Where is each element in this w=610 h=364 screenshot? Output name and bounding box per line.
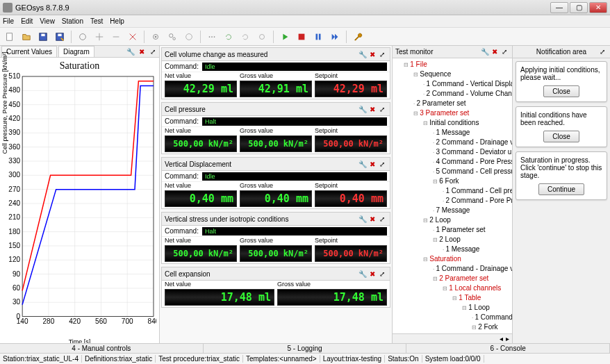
gear3-icon[interactable] [182,30,196,44]
fast-forward-icon[interactable] [328,30,342,44]
bottom-tab[interactable]: 5 - Logging [204,344,407,353]
menu-help[interactable]: Help [110,17,124,25]
wrench-icon[interactable]: 🔧 [358,159,368,169]
wrench-icon[interactable]: 🔧 [358,49,368,59]
tree-node[interactable]: 1 Table [459,294,481,301]
delete-icon[interactable]: ✖ [368,104,377,114]
gear4-icon[interactable] [255,30,269,44]
expand-icon[interactable]: ⤢ [148,47,158,56]
close-button[interactable]: Close [543,85,579,97]
menu-station[interactable]: Station [62,17,83,25]
svg-text:140: 140 [17,317,28,325]
tree[interactable]: 1 FileSequence1 Command - Vertical Displ… [393,58,512,333]
open-icon[interactable] [19,30,33,44]
tree-node[interactable]: 1 File [410,60,427,68]
menu-test[interactable]: Test [90,17,103,25]
expand-icon[interactable]: ⤢ [377,159,387,169]
wrench-icon[interactable]: 🔧 [126,47,135,56]
tree-node[interactable]: 3 Command - Deviator under isotr [436,148,512,156]
panel-vertical-displacement: Vertical Displacement🔧✖⤢Command:IdleNet … [161,157,390,209]
dots-icon[interactable] [205,30,219,44]
delete-icon[interactable]: ✖ [368,269,377,279]
tab-diagram[interactable]: Diagram [58,46,94,57]
tree-node[interactable]: 2 Loop [429,216,451,224]
tree-node[interactable]: 1 Command - Cell pressure [445,187,512,195]
save-icon[interactable] [36,30,50,44]
bottom-tab[interactable]: 4 - Manual controls [0,344,204,353]
new-icon[interactable] [3,30,17,44]
test-monitor-header: Test monitor 🔧 ✖ ⤢ [393,46,512,58]
wrench-icon[interactable]: 🔧 [480,47,490,57]
tree-node[interactable]: 1 Command - Drainage valve [436,265,512,272]
refresh-icon[interactable] [222,30,236,44]
tree-node[interactable]: 2 Command - Volume Change [426,90,512,97]
menu-edit[interactable]: Edit [21,17,33,25]
tree-node[interactable]: 2 Command - Drainage valve [436,138,512,146]
minimize-button[interactable]: — [550,2,568,13]
delete-icon[interactable]: ✖ [368,49,377,59]
menu-view[interactable]: View [40,17,55,25]
tool3-icon[interactable] [109,30,123,44]
tree-node[interactable]: 3 Parameter set [420,109,469,117]
maximize-button[interactable]: ▢ [570,2,588,13]
continue-button[interactable]: Continue [538,183,584,195]
expand-icon[interactable]: ⤢ [377,49,387,59]
lcd-value: 17,48 ml [277,289,387,306]
tree-node[interactable]: Initial conditions [429,119,479,126]
saveas-icon[interactable] [53,30,67,44]
tree-node[interactable]: 1 Local channels [449,284,501,292]
tree-node[interactable]: 1 Message [445,245,479,253]
expand-icon[interactable]: ⤢ [597,47,607,57]
tree-node[interactable]: 1 Command - Vertical Displacement [426,80,512,88]
delete-icon[interactable]: ✖ [368,214,377,224]
gear-icon[interactable] [149,30,163,44]
tree-node[interactable]: Saturation [429,255,461,263]
expand-icon[interactable]: ⤢ [377,104,387,114]
delete-icon[interactable]: ✖ [368,159,377,169]
tree-node[interactable]: 2 Parameter set [439,274,488,282]
wrench-icon[interactable] [351,30,365,44]
tree-node[interactable]: 1 Command - D [475,313,512,321]
tree-node[interactable]: 2 Loop [439,235,461,243]
wrench-icon[interactable]: 🔧 [358,269,368,279]
lcd-value: 500,00 kN/m² [315,245,387,262]
tool4-icon[interactable] [126,30,140,44]
tree-node[interactable]: 1 Loop [468,304,490,311]
tree-node[interactable]: 6 Fork [439,177,459,185]
tree-node[interactable]: Sequence [420,70,451,78]
tree-node[interactable]: 1 Message [436,129,470,136]
expand-icon[interactable]: ⤢ [500,47,509,57]
gear2-icon[interactable] [165,30,179,44]
stop-icon[interactable] [295,30,308,44]
wrench-icon[interactable]: 🔧 [358,104,368,114]
play-icon[interactable] [278,30,292,44]
svg-text:420: 420 [8,115,20,122]
expand-icon[interactable]: ⤢ [377,269,387,279]
tree-node[interactable]: 2 Command - Pore Pressure [445,197,512,204]
refresh2-icon[interactable] [238,30,252,44]
tree-node[interactable]: 2 Fork [478,323,497,331]
tab-current-values[interactable]: Current Values [1,46,57,57]
delete-icon[interactable]: ✖ [137,47,147,56]
pause-icon[interactable] [311,30,325,44]
expand-icon[interactable]: ⤢ [377,214,387,224]
close-button[interactable]: ✕ [589,2,607,13]
tool-icon[interactable] [76,30,90,44]
tree-node[interactable]: 1 Parameter set [436,226,485,233]
tree-node[interactable]: 5 Command - Cell pressure [436,167,512,175]
tool2-icon[interactable] [92,30,106,44]
status-segment: Layout:triax-testing [320,355,386,363]
scroll-left-icon[interactable]: ◂ [500,335,503,342]
tree-node[interactable]: 2 Parameter set [416,99,465,107]
tree-node[interactable]: 4 Command - Pore Pressure [436,158,512,165]
bottom-tabs: 4 - Manual controls5 - Logging6 - Consol… [0,343,610,353]
tree-node[interactable]: 7 Message [436,206,470,214]
close-button[interactable]: Close [543,131,579,142]
bottom-tab[interactable]: 6 - Console [406,344,610,353]
delete-icon[interactable]: ✖ [490,47,500,57]
svg-rect-0 [7,33,13,40]
scroll-right-icon[interactable]: ▸ [506,335,509,342]
wrench-icon[interactable]: 🔧 [358,214,368,224]
menu-file[interactable]: File [3,17,14,25]
lcd-value: 500,00 kN/m² [315,135,387,152]
